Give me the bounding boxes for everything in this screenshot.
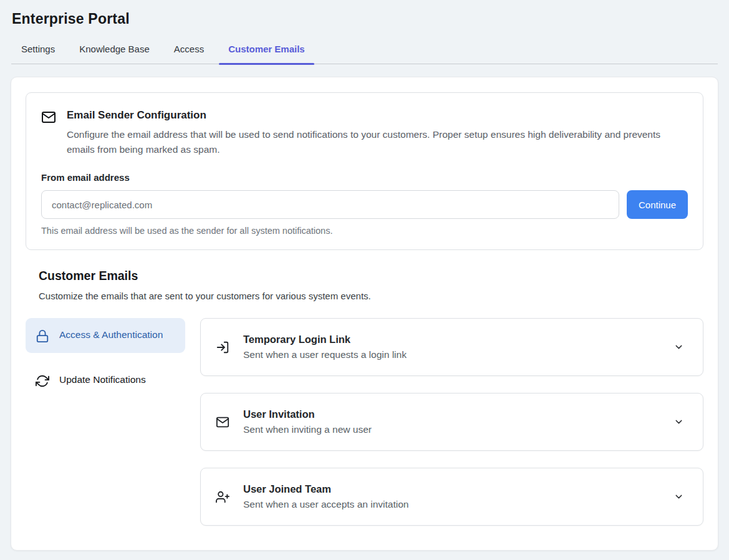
tab-customer-emails[interactable]: Customer Emails: [219, 41, 314, 64]
chevron-down-icon[interactable]: [673, 417, 684, 427]
template-user-invitation[interactable]: User Invitation Sent when inviting a new…: [200, 393, 703, 451]
template-subtitle: Sent when a user requests a login link: [243, 349, 660, 360]
template-title: Temporary Login Link: [243, 334, 660, 345]
customer-emails-title: Customer Emails: [39, 269, 703, 283]
email-template-list: Temporary Login Link Sent when a user re…: [200, 318, 703, 526]
page-title: Enterprise Portal: [12, 11, 717, 27]
tab-bar: Settings Knowledge Base Access Customer …: [11, 41, 718, 64]
category-update-notifications[interactable]: Update Notifications: [26, 365, 185, 395]
chevron-down-icon[interactable]: [673, 491, 684, 502]
template-subtitle: Sent when a user accepts an invitation: [243, 499, 660, 510]
customer-emails-section: Customer Emails Customize the emails tha…: [26, 269, 703, 526]
category-label: Access & Authentication: [59, 328, 163, 342]
template-title: User Invitation: [243, 408, 660, 420]
template-subtitle: Sent when inviting a new user: [243, 424, 660, 435]
template-temporary-login-link[interactable]: Temporary Login Link Sent when a user re…: [200, 318, 703, 376]
refresh-icon: [36, 374, 49, 388]
sender-config-title: Email Sender Configuration: [67, 109, 678, 122]
category-label: Update Notifications: [59, 373, 146, 387]
template-user-joined-team[interactable]: User Joined Team Sent when a user accept…: [200, 468, 703, 526]
template-title: User Joined Team: [243, 483, 660, 495]
category-access-authentication[interactable]: Access & Authentication: [26, 318, 185, 353]
from-email-label: From email address: [41, 172, 688, 183]
tab-knowledge-base[interactable]: Knowledge Base: [70, 41, 159, 64]
sender-helper-text: This email address will be used as the s…: [41, 226, 688, 236]
tab-settings[interactable]: Settings: [12, 41, 64, 64]
mail-icon: [216, 415, 229, 429]
from-email-input[interactable]: [41, 190, 619, 219]
email-category-list: Access & Authentication Update Notificat…: [26, 318, 185, 526]
continue-button[interactable]: Continue: [627, 190, 688, 219]
customer-emails-description: Customize the emails that are sent to yo…: [39, 291, 703, 301]
tab-access[interactable]: Access: [165, 41, 213, 64]
page-header: Enterprise Portal: [0, 0, 729, 27]
login-icon: [216, 340, 229, 354]
mail-icon: [41, 110, 56, 157]
sender-config-description: Configure the email address that will be…: [67, 127, 678, 157]
main-panel: Email Sender Configuration Configure the…: [11, 77, 718, 551]
lock-icon: [36, 329, 49, 343]
user-plus-icon: [216, 490, 229, 504]
email-sender-configuration-card: Email Sender Configuration Configure the…: [26, 92, 703, 250]
chevron-down-icon[interactable]: [673, 342, 684, 352]
